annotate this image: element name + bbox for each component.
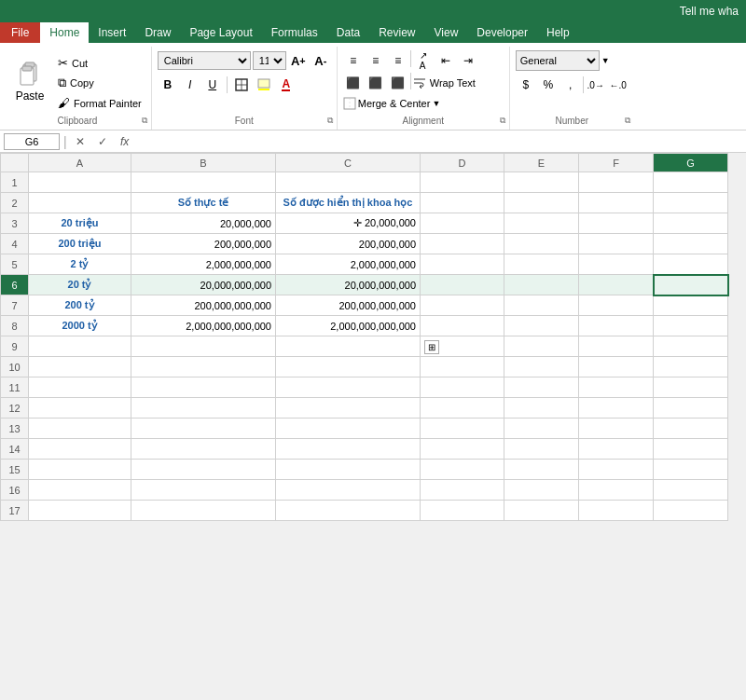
table-row[interactable] [579, 254, 654, 275]
table-row[interactable] [654, 501, 728, 521]
table-row[interactable]: 20,000,000,000 [131, 275, 276, 295]
table-row[interactable] [654, 439, 728, 460]
table-row[interactable] [579, 480, 654, 501]
comma-btn[interactable]: , [560, 75, 581, 95]
table-row[interactable] [504, 419, 579, 439]
table-row[interactable] [579, 377, 654, 398]
font-color-button[interactable]: A [276, 75, 297, 95]
row-header-3[interactable]: 3 [1, 213, 29, 234]
table-row[interactable]: 200 triệu [29, 234, 131, 254]
number-expand[interactable]: ⧉ [625, 116, 630, 126]
merge-center-button[interactable]: Merge & Center ▼ [343, 97, 478, 110]
table-row[interactable] [29, 501, 131, 521]
menu-file[interactable]: File [0, 22, 40, 43]
table-row[interactable]: 200,000,000 [131, 234, 276, 254]
row-header-17[interactable]: 17 [1, 501, 29, 521]
orient-btn[interactable]: ↗A [413, 50, 434, 71]
table-row[interactable] [579, 439, 654, 460]
table-row[interactable] [276, 357, 421, 377]
row-header-14[interactable]: 14 [1, 439, 29, 460]
cut-button[interactable]: ✂ Cut [54, 54, 145, 72]
col-header-B[interactable]: B [131, 154, 276, 172]
alignment-expand[interactable]: ⧉ [500, 116, 505, 126]
table-row[interactable]: 200,000,000,000 [276, 295, 421, 316]
table-row[interactable] [579, 295, 654, 316]
table-row[interactable] [421, 234, 504, 254]
table-row[interactable] [421, 419, 504, 439]
table-row[interactable] [654, 336, 728, 357]
table-row[interactable] [276, 336, 421, 357]
table-row[interactable] [29, 336, 131, 357]
table-row[interactable] [131, 398, 276, 419]
menu-insert[interactable]: Insert [89, 22, 135, 43]
table-row[interactable] [504, 295, 579, 316]
font-size-select[interactable]: 11 [253, 51, 286, 70]
menu-help[interactable]: Help [537, 22, 579, 43]
table-row[interactable] [654, 172, 728, 193]
table-row[interactable]: 2,000,000,000 [276, 254, 421, 275]
table-row[interactable] [654, 275, 728, 295]
table-row[interactable]: 200,000,000 [276, 234, 421, 254]
table-row[interactable]: ⊞ [421, 336, 504, 357]
menu-data[interactable]: Data [327, 22, 369, 43]
menu-page-layout[interactable]: Page Layout [180, 22, 261, 43]
table-row[interactable]: 2,000,000,000,000 [131, 316, 276, 336]
table-row[interactable] [276, 398, 421, 419]
table-row[interactable] [579, 336, 654, 357]
col-header-A[interactable]: A [29, 154, 131, 172]
table-row[interactable] [504, 439, 579, 460]
table-row[interactable]: 20 triệu [29, 213, 131, 234]
cancel-formula-btn[interactable]: ✕ [71, 135, 90, 148]
align-left-btn[interactable]: ⬛ [343, 73, 364, 93]
table-row[interactable] [421, 295, 504, 316]
paste-button[interactable]: Paste [9, 50, 50, 112]
table-row[interactable] [421, 439, 504, 460]
number-format-select[interactable]: General [516, 50, 600, 71]
table-row[interactable] [654, 480, 728, 501]
table-row[interactable] [579, 172, 654, 193]
table-row[interactable] [579, 419, 654, 439]
table-row[interactable] [504, 398, 579, 419]
table-row[interactable] [421, 275, 504, 295]
row-header-2[interactable]: 2 [1, 193, 29, 213]
table-row[interactable] [504, 377, 579, 398]
confirm-formula-btn[interactable]: ✓ [93, 135, 112, 148]
table-row[interactable]: 20 tỷ [29, 275, 131, 295]
row-header-15[interactable]: 15 [1, 460, 29, 480]
row-header-8[interactable]: 8 [1, 316, 29, 336]
increase-decimal-btn[interactable]: .0→ [586, 75, 606, 95]
row-header-11[interactable]: 11 [1, 377, 29, 398]
col-header-D[interactable]: D [421, 154, 504, 172]
indent-decrease-btn[interactable]: ⇤ [435, 50, 456, 71]
table-row[interactable] [29, 419, 131, 439]
table-row[interactable] [579, 234, 654, 254]
col-header-F[interactable]: F [579, 154, 654, 172]
table-row[interactable] [29, 357, 131, 377]
table-row[interactable] [131, 439, 276, 460]
table-row[interactable] [654, 295, 728, 316]
table-row[interactable] [579, 501, 654, 521]
underline-button[interactable]: U [202, 75, 223, 95]
table-row[interactable] [654, 398, 728, 419]
table-row[interactable] [504, 480, 579, 501]
font-name-select[interactable]: Calibri [158, 51, 251, 70]
row-header-10[interactable]: 10 [1, 357, 29, 377]
table-row[interactable] [421, 501, 504, 521]
table-row[interactable] [654, 254, 728, 275]
table-row[interactable] [654, 357, 728, 377]
table-row[interactable] [421, 480, 504, 501]
table-row[interactable] [579, 460, 654, 480]
table-row[interactable]: 2000 tỷ [29, 316, 131, 336]
table-row[interactable] [276, 480, 421, 501]
font-expand[interactable]: ⧉ [327, 116, 333, 126]
table-row[interactable] [421, 377, 504, 398]
indent-increase-btn[interactable]: ⇥ [458, 50, 478, 71]
italic-button[interactable]: I [180, 75, 200, 95]
table-row[interactable] [504, 501, 579, 521]
table-row[interactable] [654, 316, 728, 336]
row-header-1[interactable]: 1 [1, 172, 29, 193]
table-row[interactable]: Số thực tế [131, 193, 276, 213]
table-row[interactable] [131, 480, 276, 501]
insert-function-btn[interactable]: fx [116, 135, 134, 148]
table-row[interactable] [579, 357, 654, 377]
